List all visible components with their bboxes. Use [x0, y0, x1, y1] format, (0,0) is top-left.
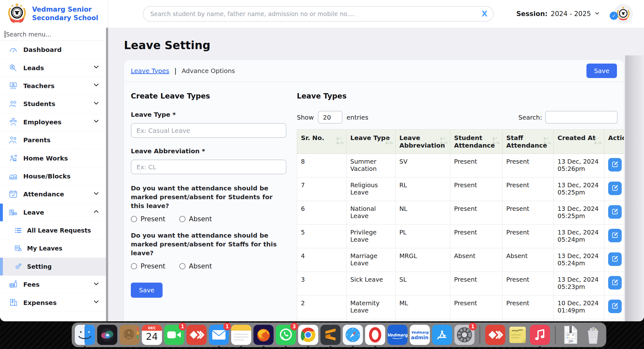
sidebar-item-parents[interactable]: Parents: [0, 131, 106, 149]
leave-type-input[interactable]: [131, 123, 286, 138]
sort-icon[interactable]: â–² â–¼: [336, 137, 344, 145]
column-header-leave-abbreviation[interactable]: Leave Abbreviationâ–² â–¼: [396, 130, 450, 154]
cell-created: 10 Dec, 2024: [554, 319, 604, 322]
chevron-up-icon[interactable]: [93, 208, 100, 217]
sort-icon[interactable]: â–² â–¼: [386, 137, 393, 145]
user-avatar[interactable]: ✓: [613, 4, 633, 24]
dock-calendar-icon[interactable]: DEC24: [142, 325, 162, 345]
edit-button[interactable]: [608, 300, 622, 313]
sidebar-item-leads[interactable]: Leads: [0, 59, 106, 77]
save-button[interactable]: Save: [586, 64, 617, 78]
chevron-down-icon[interactable]: [93, 118, 100, 126]
edit-button[interactable]: [608, 252, 622, 266]
sidebar-item-leave[interactable]: Leave: [0, 204, 106, 222]
table-header: Sr. No.â–² â–¼Leave Typeâ–² â–¼Leave Abb…: [297, 130, 624, 154]
sidebar-item-employees[interactable]: Employees: [0, 113, 106, 131]
menu-search-input[interactable]: [6, 31, 101, 38]
dock-system-settings-icon[interactable]: 1: [454, 325, 475, 345]
sidebar-item-fees[interactable]: Fees: [0, 276, 106, 294]
dock-chrome-icon[interactable]: [298, 325, 318, 345]
dock-safari-icon[interactable]: [343, 325, 363, 345]
column-header-sr-no-[interactable]: Sr. No.â–² â–¼: [297, 130, 347, 154]
dock-sublime-text-icon[interactable]: [320, 325, 341, 345]
column-header-leave-type[interactable]: Leave Typeâ–² â–¼: [347, 130, 396, 154]
radio-circle-icon[interactable]: [131, 263, 137, 269]
dock-stickies-icon[interactable]: [508, 325, 528, 345]
sort-icon[interactable]: â–² â–¼: [544, 137, 551, 145]
sidebar-item-attendance[interactable]: Attendance: [0, 185, 106, 203]
sidebar-item-setting[interactable]: Setting: [0, 258, 106, 276]
sort-icon[interactable]: â–² â–¼: [594, 137, 602, 145]
sidebar-item-house-blocks[interactable]: House/Blocks: [0, 167, 106, 185]
page-size-select[interactable]: 20: [318, 111, 342, 124]
students-present-radio[interactable]: Present: [131, 215, 165, 223]
sidebar-item-students[interactable]: Students: [0, 95, 106, 113]
dock-facetime-icon[interactable]: 1: [164, 325, 184, 345]
dock-contacts-icon[interactable]: [119, 325, 140, 345]
dock-app-store-icon[interactable]: [432, 325, 452, 345]
fees-icon: [8, 279, 18, 290]
form-save-button[interactable]: Save: [131, 283, 163, 298]
dock-red-utility-2-icon[interactable]: [485, 325, 505, 345]
chevron-down-icon[interactable]: [93, 100, 100, 108]
dock-trash-icon[interactable]: [583, 325, 603, 345]
students-absent-radio[interactable]: Absent: [179, 215, 212, 223]
edit-button[interactable]: [608, 205, 622, 219]
chevron-down-icon[interactable]: [93, 298, 100, 307]
chevron-down-icon[interactable]: [93, 82, 100, 90]
leave-icon: [8, 207, 18, 217]
radio-circle-icon[interactable]: [179, 216, 186, 222]
table-header-row: Sr. No.â–² â–¼Leave Typeâ–² â–¼Leave Abb…: [297, 130, 624, 154]
dock-zip-document-icon[interactable]: ZIP: [561, 325, 581, 345]
absent-label: Absent: [189, 262, 212, 270]
edit-button[interactable]: [608, 276, 622, 290]
dock-firefox-icon[interactable]: [253, 325, 274, 345]
tab-leave-types[interactable]: Leave Types: [131, 67, 169, 75]
column-header-staff-attendance[interactable]: Staff Attendanceâ–² â–¼: [502, 130, 554, 154]
dock-whatsapp-icon[interactable]: 3: [276, 325, 296, 345]
sidebar-item-home-works[interactable]: Home Works: [0, 149, 106, 167]
dock-notes-icon[interactable]: [231, 325, 251, 345]
dock-finder-icon[interactable]: [75, 325, 95, 345]
dock-mail-icon[interactable]: 1: [209, 325, 229, 345]
brand-area[interactable]: Vedmarg Senior Secondary School: [0, 0, 108, 28]
dock-vedmarg-icon[interactable]: Vedmarg: [387, 325, 408, 345]
sidebar-item-all-leave-requests[interactable]: All Leave Requests: [0, 222, 106, 239]
edit-button[interactable]: [608, 158, 622, 172]
cell-abbr: CL: [396, 319, 450, 322]
session-selector[interactable]: Session: 2024 - 2025: [516, 10, 600, 18]
dock-opera-icon[interactable]: [365, 325, 385, 345]
clear-search-icon[interactable]: X: [481, 10, 487, 18]
sort-icon[interactable]: â–² â–¼: [440, 137, 447, 145]
edit-button[interactable]: [608, 229, 622, 242]
dock-red-utility-icon[interactable]: [186, 325, 207, 345]
edit-button[interactable]: [608, 182, 622, 195]
radio-circle-icon[interactable]: [131, 216, 137, 222]
menu-search[interactable]: [0, 28, 106, 41]
dock-siri-icon[interactable]: [97, 325, 117, 345]
sidebar-item-my-leaves[interactable]: My Leaves: [0, 239, 106, 257]
sort-icon[interactable]: â–² â–¼: [492, 137, 500, 145]
sidebar-item-teachers[interactable]: Teachers: [0, 77, 106, 95]
page-scrollbar-area[interactable]: [625, 55, 644, 321]
staffs-present-radio[interactable]: Present: [131, 262, 165, 270]
leave-abbreviation-input[interactable]: [131, 160, 286, 174]
student-search-input[interactable]: [150, 10, 481, 17]
dock-vedmarg-admin-icon[interactable]: Vedmargadmin: [410, 325, 430, 345]
column-header-created-at[interactable]: Created Atâ–² â–¼: [554, 130, 604, 154]
column-header-action[interactable]: Action: [604, 130, 624, 154]
student-search-bar[interactable]: X: [143, 6, 494, 22]
sidebar-item-expenses[interactable]: Expenses: [0, 294, 106, 312]
chevron-down-icon[interactable]: [93, 280, 100, 289]
sidebar-item-dashboard[interactable]: Dashboard: [0, 41, 106, 59]
chevron-down-icon[interactable]: [93, 64, 100, 72]
table-search-input[interactable]: [545, 111, 618, 124]
column-header-student-attendance[interactable]: Student Attendanceâ–² â–¼: [450, 130, 502, 154]
chevron-down-icon[interactable]: [93, 190, 100, 199]
staffs-absent-radio[interactable]: Absent: [179, 262, 212, 270]
sidebar-scrollbar[interactable]: [106, 28, 108, 321]
tab-advance-options[interactable]: Advance Options: [182, 67, 235, 75]
scrollbar-thumb[interactable]: [106, 28, 108, 321]
dock-music-icon[interactable]: [530, 325, 550, 345]
radio-circle-icon[interactable]: [179, 263, 186, 269]
